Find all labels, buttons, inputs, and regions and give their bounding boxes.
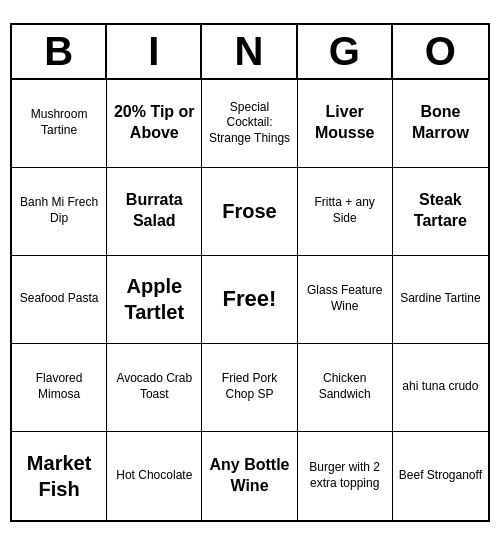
bingo-letter-n: N xyxy=(202,25,297,78)
bingo-cell-17: Fried Pork Chop SP xyxy=(202,344,297,432)
bingo-letter-b: B xyxy=(12,25,107,78)
bingo-cell-22: Any Bottle Wine xyxy=(202,432,297,520)
bingo-cell-14: Sardine Tartine xyxy=(393,256,488,344)
bingo-cell-7: Frose xyxy=(202,168,297,256)
bingo-cell-6: Burrata Salad xyxy=(107,168,202,256)
bingo-cell-11: Apple Tartlet xyxy=(107,256,202,344)
bingo-cell-8: Fritta + any Side xyxy=(298,168,393,256)
bingo-grid: Mushroom Tartine20% Tip or AboveSpecial … xyxy=(12,80,488,520)
bingo-cell-20: Market Fish xyxy=(12,432,107,520)
bingo-cell-3: Liver Mousse xyxy=(298,80,393,168)
bingo-header: BINGO xyxy=(12,25,488,80)
bingo-letter-g: G xyxy=(298,25,393,78)
bingo-cell-10: Seafood Pasta xyxy=(12,256,107,344)
bingo-cell-0: Mushroom Tartine xyxy=(12,80,107,168)
bingo-cell-21: Hot Chocolate xyxy=(107,432,202,520)
bingo-card: BINGO Mushroom Tartine20% Tip or AboveSp… xyxy=(10,23,490,522)
bingo-cell-16: Avocado Crab Toast xyxy=(107,344,202,432)
bingo-cell-13: Glass Feature Wine xyxy=(298,256,393,344)
bingo-cell-9: Steak Tartare xyxy=(393,168,488,256)
bingo-cell-23: Burger with 2 extra topping xyxy=(298,432,393,520)
bingo-cell-24: Beef Stroganoff xyxy=(393,432,488,520)
bingo-cell-19: ahi tuna crudo xyxy=(393,344,488,432)
bingo-cell-15: Flavored Mimosa xyxy=(12,344,107,432)
bingo-cell-12: Free! xyxy=(202,256,297,344)
bingo-cell-2: Special Cocktail: Strange Things xyxy=(202,80,297,168)
bingo-cell-18: Chicken Sandwich xyxy=(298,344,393,432)
bingo-cell-4: Bone Marrow xyxy=(393,80,488,168)
bingo-letter-i: I xyxy=(107,25,202,78)
bingo-cell-5: Banh Mi Frech Dip xyxy=(12,168,107,256)
bingo-cell-1: 20% Tip or Above xyxy=(107,80,202,168)
bingo-letter-o: O xyxy=(393,25,488,78)
